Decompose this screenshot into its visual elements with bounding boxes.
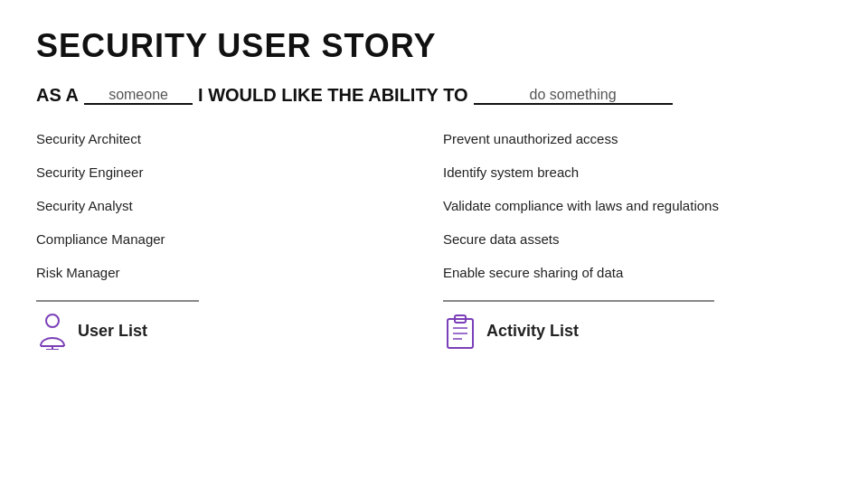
list-item[interactable]: Security Architect [36, 122, 407, 155]
user-list-icon [36, 311, 69, 351]
list-item[interactable]: Security Engineer [36, 155, 407, 189]
someone-input[interactable] [84, 87, 193, 105]
list-item[interactable]: Secure data assets [443, 222, 832, 256]
svg-point-0 [46, 314, 59, 327]
list-item[interactable]: Compliance Manager [36, 222, 407, 256]
user-list-label[interactable]: User List [78, 322, 147, 341]
left-column: Security Architect Security Engineer Sec… [36, 122, 434, 351]
list-item[interactable]: Identify system breach [443, 155, 832, 189]
user-list-bottom: User List [36, 311, 407, 351]
activity-list-bottom: Activity List [443, 311, 832, 351]
activity-list-icon [443, 311, 477, 351]
page: SECURITY USER STORY AS A I WOULD LIKE TH… [0, 0, 868, 488]
list-item[interactable]: Validate compliance with laws and regula… [443, 189, 832, 222]
as-a-label: AS A [36, 85, 79, 106]
activity-list-label[interactable]: Activity List [486, 322, 579, 341]
user-list: Security Architect Security Engineer Sec… [36, 122, 407, 289]
two-column-layout: Security Architect Security Engineer Sec… [36, 122, 832, 351]
as-a-row: AS A I WOULD LIKE THE ABILITY TO [36, 85, 832, 106]
right-divider [443, 300, 714, 302]
something-input[interactable] [474, 87, 673, 105]
list-item[interactable]: Risk Manager [36, 256, 407, 289]
right-column: Prevent unauthorized access Identify sys… [434, 122, 832, 351]
page-title: SECURITY USER STORY [36, 27, 832, 65]
left-divider [36, 300, 199, 302]
ability-label: I WOULD LIKE THE ABILITY TO [198, 85, 468, 106]
list-item[interactable]: Enable secure sharing of data [443, 256, 832, 289]
activity-list: Prevent unauthorized access Identify sys… [443, 122, 832, 289]
list-item[interactable]: Security Analyst [36, 189, 407, 222]
list-item[interactable]: Prevent unauthorized access [443, 122, 832, 155]
